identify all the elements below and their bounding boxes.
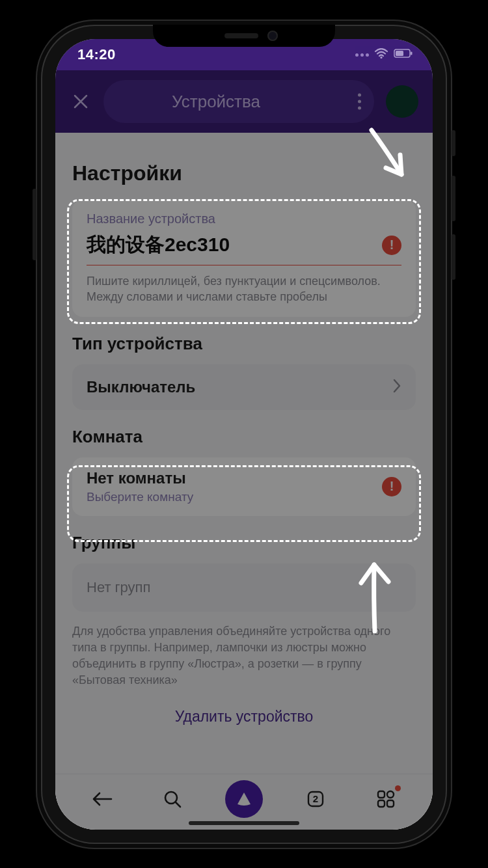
status-time: 14:20 [77,46,116,63]
room-title: Нет комнаты [87,469,193,487]
device-type-heading: Тип устройства [72,334,416,354]
svg-rect-3 [396,51,403,56]
avatar[interactable] [386,85,418,118]
alice-tab[interactable] [225,780,263,818]
delete-device-button[interactable]: Удалить устройство [72,708,416,726]
device-name-hint: Пишите кириллицей, без пунктуации и спец… [87,273,401,305]
input-underline [87,265,401,265]
page-title: Устройства [172,92,260,112]
svg-point-0 [380,57,382,59]
tabs-count-tab[interactable]: 2 [298,781,333,817]
header-title-chip[interactable]: Устройства [103,80,374,123]
svg-rect-9 [387,800,394,807]
groups-empty-row[interactable]: Нет групп [72,563,416,612]
page-header: Устройства [55,70,433,133]
phone-frame: 14:20 Устройства [36,20,452,849]
more-status-icon [355,53,369,57]
groups-heading: Группы [72,533,416,553]
error-icon: ! [382,477,401,496]
device-type-value: Выключатель [87,378,195,396]
error-icon: ! [382,236,401,255]
volume-up-button [452,176,455,221]
wifi-icon [374,48,388,61]
tabs-count-label: 2 [313,793,318,804]
groups-hint: Для удобства управления объединяйте устр… [72,623,416,689]
apps-tab[interactable] [368,781,403,817]
device-name-label: Название устройства [87,211,401,226]
home-indicator [189,821,299,825]
battery-icon [394,49,413,61]
room-subtitle: Выберите комнату [87,490,193,504]
settings-content: Настройки Название устройства 我的设备2ec310… [55,133,433,774]
svg-rect-8 [378,800,385,807]
back-tab[interactable] [85,781,120,817]
svg-rect-2 [411,52,413,55]
svg-rect-7 [387,791,394,798]
groups-empty-label: Нет групп [87,579,150,595]
room-row[interactable]: Нет комнаты Выберите комнату ! [72,457,416,516]
svg-rect-6 [378,791,385,798]
phone-notch [153,25,335,47]
more-menu-icon[interactable] [358,94,361,110]
volume-down-button [452,234,455,280]
settings-heading: Настройки [72,161,416,185]
device-name-input[interactable]: 我的设备2ec310 [87,232,230,258]
screen: 14:20 Устройства [55,39,433,830]
search-tab[interactable] [155,781,190,817]
mute-switch [452,130,455,156]
close-button[interactable] [70,90,92,113]
power-button [33,189,36,260]
chevron-right-icon [392,376,401,398]
device-name-card[interactable]: Название устройства 我的设备2ec310 ! Пишите … [72,200,416,317]
bottom-tab-bar: 2 [55,774,433,830]
room-heading: Комната [72,427,416,447]
notification-badge [395,785,401,791]
device-type-row[interactable]: Выключатель [72,364,416,410]
